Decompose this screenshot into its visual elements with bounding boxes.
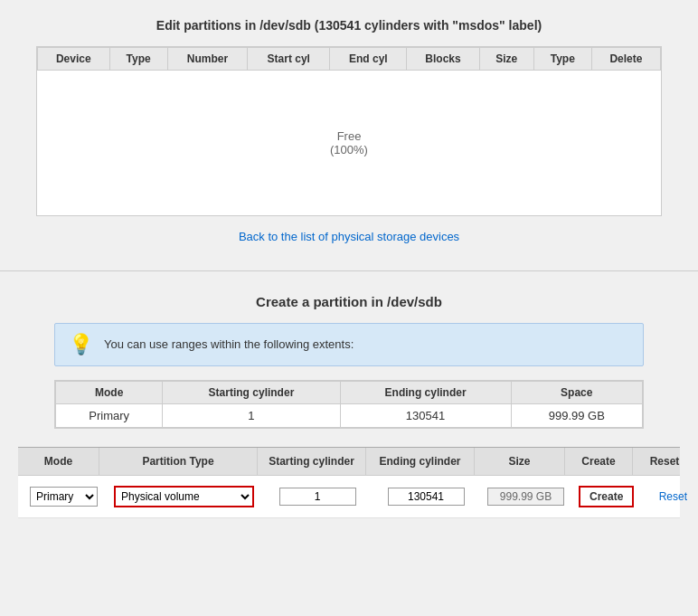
reset-cell: Reset bbox=[641, 487, 698, 506]
size-cell bbox=[480, 485, 571, 508]
ranges-row: Primary 1 130541 999.99 GB bbox=[56, 403, 643, 427]
bulb-icon: 💡 bbox=[69, 333, 93, 356]
form-header-starting-cylinder: Starting cylinder bbox=[258, 448, 366, 475]
mode-select[interactable]: Primary Extended Logical bbox=[30, 487, 98, 507]
col-type: Type bbox=[109, 48, 167, 71]
col-number: Number bbox=[167, 48, 247, 71]
create-section-title: Create a partition in /dev/sdb bbox=[18, 285, 680, 323]
ranges-end-cyl: 130541 bbox=[340, 403, 511, 427]
form-header-partition-type: Partition Type bbox=[99, 448, 258, 475]
type-cell: Physical volume ext4 ext3 ext2 swap xfs bbox=[105, 483, 263, 510]
ranges-space: 999.99 GB bbox=[511, 403, 642, 427]
form-header-ending-cylinder: Ending cylinder bbox=[366, 448, 475, 475]
starting-cylinder-cell bbox=[263, 485, 372, 508]
ranges-col-start: Starting cylinder bbox=[163, 381, 340, 403]
form-input-row: Primary Extended Logical Physical volume… bbox=[18, 476, 680, 518]
form-header-reset: Reset bbox=[633, 448, 696, 475]
ranges-start-cyl: 1 bbox=[163, 403, 340, 427]
col-type2: Type bbox=[533, 48, 591, 71]
col-delete: Delete bbox=[591, 48, 660, 71]
form-header-create: Create bbox=[565, 448, 633, 475]
col-device: Device bbox=[38, 48, 110, 71]
ending-cylinder-cell bbox=[372, 485, 480, 508]
col-blocks: Blocks bbox=[407, 48, 479, 71]
ending-cylinder-input[interactable] bbox=[388, 488, 465, 506]
free-percent: (100%) bbox=[38, 143, 661, 156]
form-header-size: Size bbox=[475, 448, 565, 475]
create-button[interactable]: Create bbox=[579, 486, 634, 507]
info-text: You can use ranges within the following … bbox=[104, 337, 354, 351]
create-cell: Create bbox=[571, 483, 641, 510]
free-label: Free bbox=[38, 129, 661, 143]
info-box: 💡 You can use ranges within the followin… bbox=[54, 323, 644, 366]
ranges-col-end: Ending cylinder bbox=[340, 381, 511, 403]
starting-cylinder-input[interactable] bbox=[279, 488, 356, 506]
back-link-container: Back to the list of physical storage dev… bbox=[18, 216, 680, 252]
ranges-mode: Primary bbox=[56, 403, 163, 427]
ranges-col-mode: Mode bbox=[56, 381, 163, 403]
partition-type-select[interactable]: Physical volume ext4 ext3 ext2 swap xfs bbox=[114, 486, 254, 507]
mode-cell: Primary Extended Logical bbox=[23, 484, 105, 509]
reset-link[interactable]: Reset bbox=[659, 490, 687, 503]
size-input bbox=[487, 488, 564, 506]
col-end-cyl: End cyl bbox=[330, 48, 407, 71]
back-link[interactable]: Back to the list of physical storage dev… bbox=[239, 230, 459, 243]
col-size: Size bbox=[479, 48, 533, 71]
form-header-row: Mode Partition Type Starting cylinder En… bbox=[18, 448, 680, 476]
col-start-cyl: Start cyl bbox=[248, 48, 330, 71]
page-title: Edit partitions in /dev/sdb (130541 cyli… bbox=[18, 9, 680, 46]
form-header-mode: Mode bbox=[18, 448, 99, 475]
ranges-col-space: Space bbox=[511, 381, 642, 403]
free-space-cell: Free (100%) bbox=[38, 71, 661, 215]
